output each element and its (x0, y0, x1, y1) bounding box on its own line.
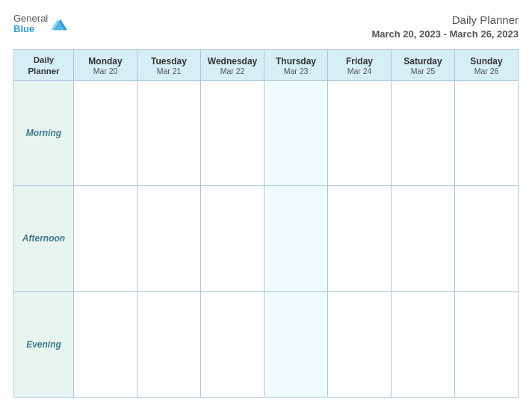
day-name: Sunday (457, 56, 516, 67)
cell-morning-wednesday[interactable] (201, 80, 265, 185)
cell-morning-saturday[interactable] (392, 80, 455, 185)
time-row-evening: Evening (14, 291, 519, 397)
day-date: Mar 21 (139, 67, 199, 75)
day-name: Monday (75, 56, 135, 67)
time-row-afternoon: Afternoon (14, 186, 519, 291)
day-header-saturday: SaturdayMar 25 (392, 50, 455, 81)
cell-evening-saturday[interactable] (392, 291, 455, 397)
day-date: Mar 25 (393, 67, 453, 75)
cell-morning-thursday[interactable] (265, 80, 328, 185)
page: General Blue Daily Planner March 20, 202… (0, 0, 532, 411)
day-header-monday: MondayMar 20 (74, 50, 137, 81)
time-label-morning: Morning (14, 80, 74, 185)
corner-line2: Planner (28, 66, 59, 77)
cell-morning-tuesday[interactable] (137, 80, 201, 185)
day-date: Mar 22 (202, 67, 262, 75)
time-label-evening: Evening (14, 291, 74, 397)
time-label-afternoon: Afternoon (14, 186, 74, 291)
cell-evening-thursday[interactable] (265, 291, 328, 397)
cell-afternoon-sunday[interactable] (455, 186, 519, 291)
day-date: Mar 26 (457, 67, 516, 75)
day-header-friday: FridayMar 24 (328, 50, 392, 81)
corner-cell: Daily Planner (14, 50, 74, 81)
cell-evening-friday[interactable] (328, 291, 392, 397)
day-header-thursday: ThursdayMar 23 (265, 50, 328, 81)
day-header-tuesday: TuesdayMar 21 (137, 50, 201, 81)
day-date: Mar 20 (75, 67, 135, 75)
cell-afternoon-saturday[interactable] (392, 186, 455, 291)
cell-evening-monday[interactable] (74, 291, 137, 397)
cell-evening-tuesday[interactable] (137, 291, 201, 397)
cell-evening-sunday[interactable] (455, 291, 519, 397)
logo-area: General Blue (13, 13, 67, 35)
day-name: Tuesday (139, 56, 199, 67)
header-row: Daily Planner MondayMar 20TuesdayMar 21W… (14, 50, 519, 81)
cell-afternoon-friday[interactable] (328, 186, 392, 291)
cell-afternoon-tuesday[interactable] (137, 186, 201, 291)
corner-inner: Daily Planner (16, 55, 72, 77)
day-header-sunday: SundayMar 26 (455, 50, 519, 81)
date-range: March 20, 2023 - March 26, 2023 (371, 28, 519, 40)
cell-afternoon-thursday[interactable] (265, 186, 328, 291)
day-name: Saturday (393, 56, 453, 67)
cell-morning-friday[interactable] (328, 80, 392, 185)
day-name: Friday (330, 56, 389, 67)
cell-morning-sunday[interactable] (455, 80, 519, 185)
day-header-wednesday: WednesdayMar 22 (201, 50, 265, 81)
calendar-table: Daily Planner MondayMar 20TuesdayMar 21W… (13, 49, 519, 398)
logo-icon (51, 16, 67, 33)
day-name: Wednesday (202, 56, 262, 67)
cell-morning-monday[interactable] (74, 80, 137, 185)
logo-general: General (13, 13, 48, 24)
logo-text: General Blue (13, 13, 48, 35)
header: General Blue Daily Planner March 20, 202… (13, 13, 519, 40)
logo-blue: Blue (13, 24, 48, 34)
day-date: Mar 23 (266, 67, 326, 75)
main-title: Daily Planner (452, 13, 519, 26)
day-date: Mar 24 (330, 67, 389, 75)
cell-afternoon-wednesday[interactable] (201, 186, 265, 291)
corner-line1: Daily (34, 55, 55, 66)
time-row-morning: Morning (14, 80, 519, 185)
day-name: Thursday (266, 56, 326, 67)
cell-evening-wednesday[interactable] (201, 291, 265, 397)
cell-afternoon-monday[interactable] (74, 186, 137, 291)
title-area: Daily Planner March 20, 2023 - March 26,… (371, 13, 519, 40)
